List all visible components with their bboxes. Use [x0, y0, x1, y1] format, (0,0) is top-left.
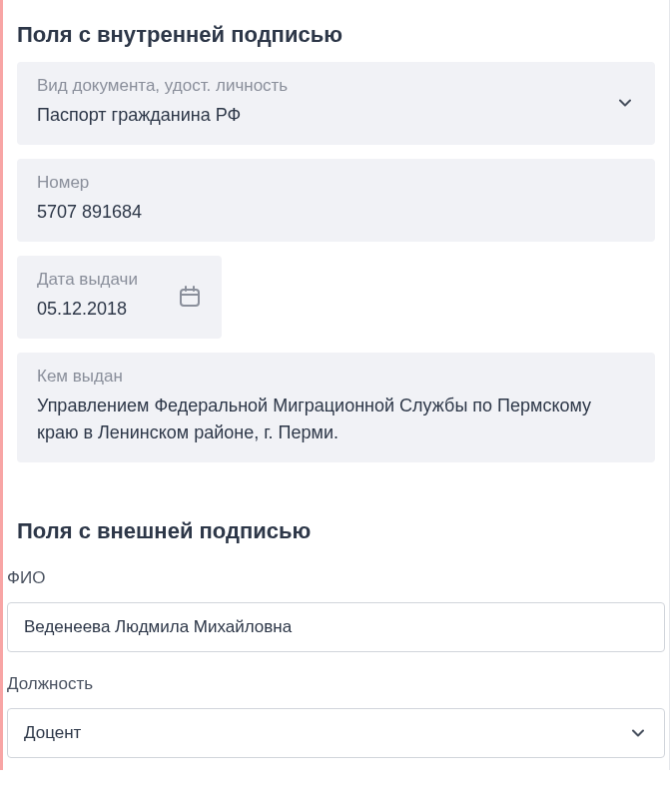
number-field[interactable]: Номер 5707 891684	[17, 159, 655, 242]
issued-by-label: Кем выдан	[37, 367, 635, 387]
svg-rect-0	[181, 290, 199, 306]
doc-type-label: Вид документа, удост. личность	[37, 76, 603, 96]
calendar-icon	[178, 285, 202, 309]
chevron-down-icon	[615, 93, 635, 113]
issue-date-field[interactable]: Дата выдачи 05.12.2018	[17, 256, 222, 339]
position-field[interactable]: Доцент	[7, 708, 665, 758]
chevron-down-icon	[628, 723, 648, 743]
fio-field[interactable]: Веденеева Людмила Михайловна	[7, 602, 665, 652]
number-label: Номер	[37, 173, 635, 193]
fio-label: ФИО	[3, 558, 669, 598]
position-value: Доцент	[24, 723, 81, 743]
issued-by-value: Управлением Федеральной Миграционной Слу…	[37, 393, 635, 446]
doc-type-value: Паспорт гражданина РФ	[37, 102, 603, 129]
position-label: Должность	[3, 664, 669, 704]
section-external-title: Поля с внешней подписью	[3, 506, 669, 558]
fio-value: Веденеева Людмила Михайловна	[24, 617, 292, 637]
doc-type-field[interactable]: Вид документа, удост. личность Паспорт г…	[17, 62, 655, 145]
issue-date-label: Дата выдачи	[37, 270, 162, 290]
section-internal-title: Поля с внутренней подписью	[3, 10, 669, 62]
issued-by-field[interactable]: Кем выдан Управлением Федеральной Миграц…	[17, 353, 655, 462]
issue-date-value: 05.12.2018	[37, 296, 162, 323]
number-value: 5707 891684	[37, 199, 635, 226]
